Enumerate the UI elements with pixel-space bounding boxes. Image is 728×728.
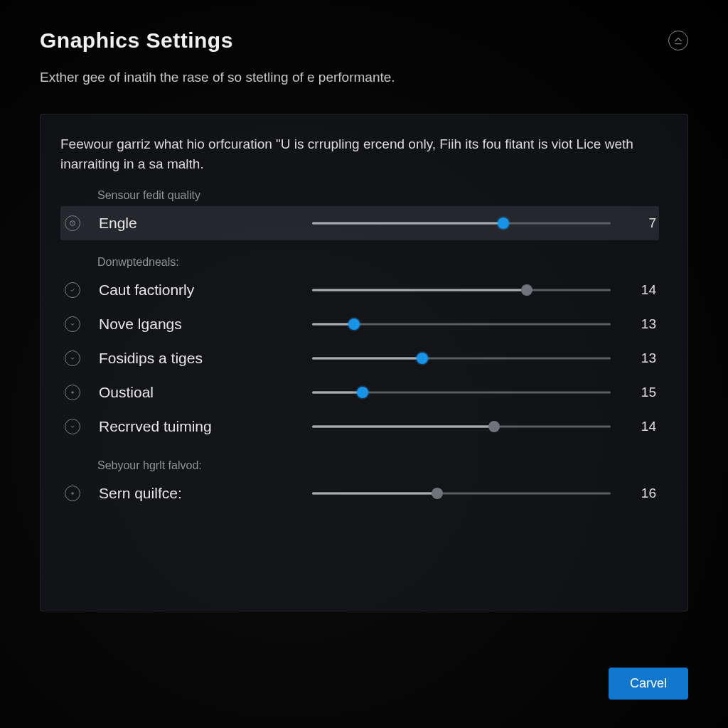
page-title: Gnaphics Settings: [40, 28, 233, 53]
slider-thumb[interactable]: [357, 387, 368, 398]
setting-row: Recrrved tuiming14: [60, 410, 659, 444]
slider[interactable]: [312, 486, 611, 500]
setting-value: 14: [623, 282, 656, 298]
plus-icon[interactable]: [65, 385, 80, 400]
slider-thumb[interactable]: [348, 318, 360, 330]
slider[interactable]: [312, 283, 611, 297]
settings-panel: Feewour garriz what hio orfcuration "U i…: [40, 114, 688, 611]
slider[interactable]: [312, 317, 611, 331]
down-icon[interactable]: [65, 316, 80, 332]
down-icon[interactable]: [65, 419, 80, 434]
setting-value: 14: [623, 419, 656, 434]
setting-label: Oustioal: [99, 384, 312, 401]
share-icon[interactable]: [668, 31, 688, 50]
setting-row: Nove lgangs13: [60, 307, 659, 341]
clock-icon[interactable]: [65, 215, 80, 231]
group-label: Donwptedneals:: [97, 256, 659, 269]
setting-row: Fosidips a tiges13: [60, 341, 659, 375]
setting-value: 7: [623, 215, 656, 231]
setting-value: 16: [623, 486, 656, 501]
setting-label: Nove lgangs: [99, 316, 312, 333]
group-label: Sebyour hgrlt falvod:: [97, 459, 659, 472]
setting-value: 13: [623, 316, 656, 332]
group-label: Sensour fedit quality: [97, 189, 659, 202]
setting-label: Caut factionrly: [99, 282, 312, 299]
check-icon[interactable]: [65, 282, 80, 298]
setting-label: Engle: [99, 215, 312, 232]
slider[interactable]: [312, 419, 611, 434]
panel-description: Feewour garriz what hio orfcuration "U i…: [60, 134, 659, 173]
confirm-button[interactable]: Carvel: [609, 668, 688, 700]
slider[interactable]: [312, 351, 611, 365]
page-subtitle: Exther gee of inatih the rase of so stet…: [40, 70, 688, 85]
setting-row: Caut factionrly14: [60, 273, 659, 307]
down-icon[interactable]: [65, 350, 80, 366]
slider-thumb[interactable]: [432, 488, 443, 499]
setting-value: 13: [623, 350, 656, 366]
slider-thumb[interactable]: [498, 218, 509, 229]
setting-row: Sern quilfce:16: [60, 476, 659, 510]
setting-label: Fosidips a tiges: [99, 350, 312, 367]
setting-row: Engle7: [60, 206, 659, 240]
setting-label: Recrrved tuiming: [99, 418, 312, 435]
slider-thumb[interactable]: [417, 353, 428, 364]
setting-label: Sern quilfce:: [99, 485, 312, 502]
plus-icon[interactable]: [65, 486, 80, 501]
slider-thumb[interactable]: [521, 284, 532, 296]
setting-row: Oustioal15: [60, 375, 659, 410]
slider[interactable]: [312, 385, 611, 400]
setting-value: 15: [623, 385, 656, 400]
slider-thumb[interactable]: [488, 421, 500, 432]
slider[interactable]: [312, 216, 611, 230]
